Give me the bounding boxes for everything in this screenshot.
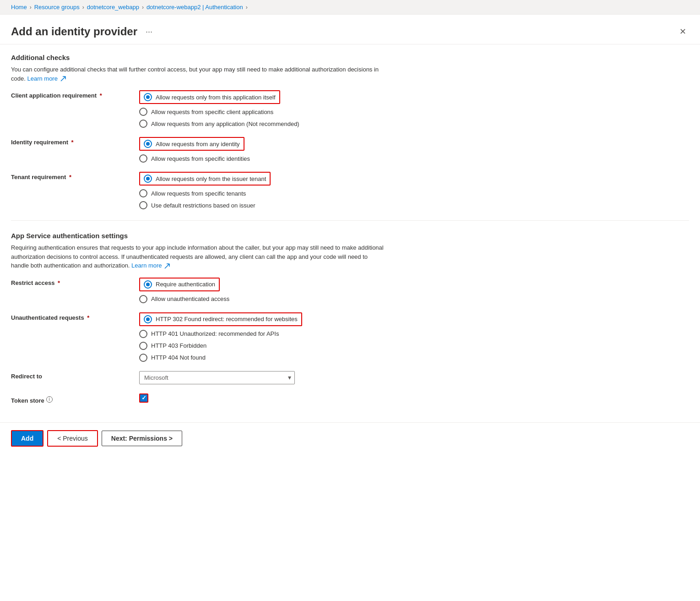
unauth-option-4[interactable]: HTTP 404 Not found [139, 354, 302, 362]
restrict-radio-1[interactable] [144, 280, 152, 289]
previous-button[interactable]: < Previous [47, 430, 98, 447]
breadcrumb-sep-1: › [30, 4, 32, 11]
breadcrumb-sep-2: › [82, 4, 84, 11]
page-title: Add an identity provider [11, 25, 137, 38]
section-divider [11, 220, 689, 221]
additional-checks-description: You can configure additional checks that… [11, 65, 386, 83]
client-app-option-3-label: Allow requests from any application (Not… [151, 120, 299, 127]
app-service-auth-description: Requiring authentication ensures that re… [11, 243, 386, 270]
external-link-icon [60, 76, 66, 82]
client-app-radio-3[interactable] [139, 120, 147, 128]
token-store-checkbox-wrapper: ✓ [139, 393, 148, 403]
restrict-option-2-label: Allow unauthenticated access [151, 295, 229, 302]
identity-radio-1[interactable] [144, 140, 152, 148]
tenant-option-1-highlighted: Allow requests only from the issuer tena… [139, 172, 271, 186]
unauth-option-3-label: HTTP 403 Forbidden [151, 342, 206, 349]
additional-checks-learn-more[interactable]: Learn more [27, 75, 65, 82]
unauth-option-1[interactable]: HTTP 302 Found redirect: recommended for… [139, 312, 302, 326]
restrict-option-1-label: Require authentication [156, 281, 215, 288]
client-app-radio-2[interactable] [139, 108, 147, 116]
token-store-info-icon[interactable]: i [46, 396, 53, 403]
app-service-auth-title: App Service authentication settings [11, 232, 689, 240]
close-button[interactable]: ✕ [677, 24, 689, 39]
token-store-row: Token store i ✓ [11, 393, 689, 404]
client-app-required-star: * [100, 92, 102, 99]
breadcrumb: Home › Resource groups › dotnetcore_weba… [0, 0, 700, 15]
redirect-to-label: Redirect to [11, 371, 139, 380]
identity-requirement-label: Identity requirement * [11, 137, 139, 146]
client-app-requirement-row: Client application requirement * Allow r… [11, 90, 689, 128]
token-store-checkbox[interactable]: ✓ [139, 393, 148, 403]
identity-required-star: * [71, 139, 74, 146]
redirect-to-select[interactable]: Microsoft [139, 371, 295, 384]
client-app-requirement-options: Allow requests only from this applicatio… [139, 90, 299, 128]
restrict-option-1[interactable]: Require authentication [139, 278, 229, 291]
breadcrumb-resource-groups[interactable]: Resource groups [34, 4, 80, 11]
more-options-button[interactable]: ··· [142, 25, 156, 38]
unauth-option-1-label: HTTP 302 Found redirect: recommended for… [156, 316, 298, 322]
tenant-option-3[interactable]: Use default restrictions based on issuer [139, 201, 271, 209]
checkmark-icon: ✓ [141, 394, 147, 401]
client-app-option-2-label: Allow requests from specific client appl… [151, 109, 273, 115]
next-button[interactable]: Next: Permissions > [102, 431, 182, 446]
restrict-radio-2[interactable] [139, 295, 147, 303]
tenant-option-2-label: Allow requests from specific tenants [151, 190, 246, 197]
unauth-option-2-label: HTTP 401 Unauthorized: recommended for A… [151, 330, 279, 337]
tenant-option-3-label: Use default restrictions based on issuer [151, 202, 255, 209]
add-button[interactable]: Add [11, 430, 43, 447]
token-store-label-wrapper: Token store i [11, 393, 139, 404]
tenant-option-1-label: Allow requests only from the issuer tena… [156, 175, 266, 182]
panel-content: Additional checks You can configure addi… [0, 44, 700, 422]
footer-bar: Add < Previous Next: Permissions > [0, 422, 700, 454]
tenant-radio-3[interactable] [139, 201, 147, 209]
identity-radio-2[interactable] [139, 154, 147, 163]
unauth-radio-4[interactable] [139, 354, 147, 362]
restrict-access-label: Restrict access * [11, 278, 139, 286]
identity-requirement-options: Allow requests from any identity Allow r… [139, 137, 250, 163]
breadcrumb-dotnetcore-webapp[interactable]: dotnetcore_webapp [87, 4, 139, 11]
unauth-option-3[interactable]: HTTP 403 Forbidden [139, 342, 302, 350]
unauthenticated-requests-row: Unauthenticated requests * HTTP 302 Foun… [11, 312, 689, 362]
additional-checks-title: Additional checks [11, 54, 689, 61]
identity-option-1[interactable]: Allow requests from any identity [139, 137, 250, 151]
redirect-to-select-wrapper: Microsoft ▾ [139, 371, 295, 384]
unauth-radio-3[interactable] [139, 342, 147, 350]
identity-option-2[interactable]: Allow requests from specific identities [139, 154, 250, 163]
unauthenticated-required-star: * [87, 314, 89, 321]
unauth-option-2[interactable]: HTTP 401 Unauthorized: recommended for A… [139, 330, 302, 338]
tenant-radio-2[interactable] [139, 189, 147, 197]
client-app-option-3[interactable]: Allow requests from any application (Not… [139, 120, 299, 128]
tenant-option-2[interactable]: Allow requests from specific tenants [139, 189, 271, 197]
restrict-access-required-star: * [58, 279, 60, 286]
app-service-external-link-icon [164, 263, 170, 269]
unauth-radio-1[interactable] [144, 315, 152, 323]
breadcrumb-sep-3: › [142, 4, 144, 11]
identity-requirement-row: Identity requirement * Allow requests fr… [11, 137, 689, 163]
unauth-option-1-highlighted: HTTP 302 Found redirect: recommended for… [139, 312, 302, 326]
restrict-access-row: Restrict access * Require authentication… [11, 278, 689, 303]
unauth-option-4-label: HTTP 404 Not found [151, 354, 206, 361]
unauthenticated-requests-options: HTTP 302 Found redirect: recommended for… [139, 312, 302, 362]
panel-header: Add an identity provider ··· ✕ [0, 15, 700, 44]
restrict-access-options: Require authentication Allow unauthentic… [139, 278, 229, 303]
redirect-to-row: Redirect to Microsoft ▾ [11, 371, 689, 384]
restrict-option-2[interactable]: Allow unauthenticated access [139, 295, 229, 303]
tenant-option-1[interactable]: Allow requests only from the issuer tena… [139, 172, 271, 186]
client-app-option-1-highlighted: Allow requests only from this applicatio… [139, 90, 280, 104]
app-service-auth-learn-more[interactable]: Learn more [131, 262, 170, 269]
breadcrumb-authentication[interactable]: dotnetcore-webapp2 | Authentication [147, 4, 243, 11]
client-app-option-1-label: Allow requests only from this applicatio… [156, 94, 276, 101]
identity-option-1-highlighted: Allow requests from any identity [139, 137, 244, 151]
restrict-option-1-highlighted: Require authentication [139, 278, 220, 291]
tenant-required-star: * [69, 174, 71, 180]
tenant-requirement-options: Allow requests only from the issuer tena… [139, 172, 271, 209]
client-app-radio-1[interactable] [144, 93, 152, 101]
client-app-option-2[interactable]: Allow requests from specific client appl… [139, 108, 299, 116]
breadcrumb-home[interactable]: Home [11, 4, 27, 11]
token-store-label: Token store [11, 395, 44, 404]
tenant-radio-1[interactable] [144, 175, 152, 183]
client-app-requirement-label: Client application requirement * [11, 90, 139, 99]
identity-option-2-label: Allow requests from specific identities [151, 155, 250, 162]
unauth-radio-2[interactable] [139, 330, 147, 338]
client-app-option-1[interactable]: Allow requests only from this applicatio… [139, 90, 299, 104]
